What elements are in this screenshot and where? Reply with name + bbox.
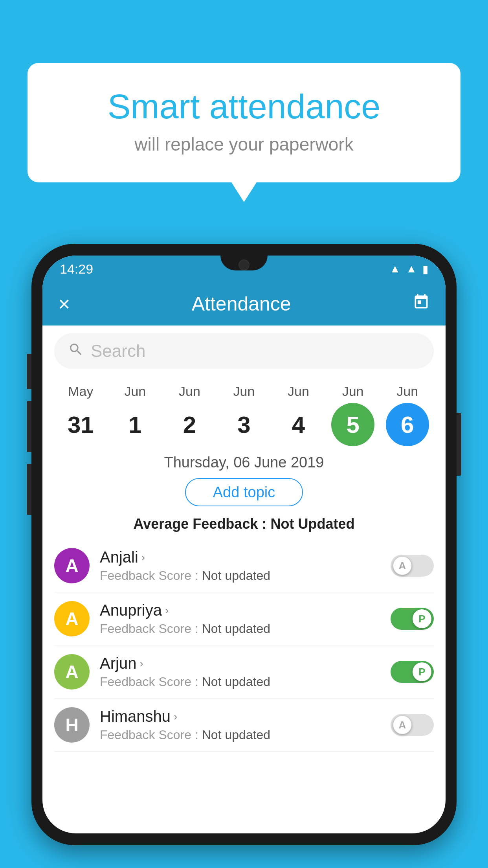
toggle-thumb: A xyxy=(393,715,412,734)
feedback-score: Feedback Score : Not updated xyxy=(100,622,380,636)
speech-bubble-container: Smart attendance will replace your paper… xyxy=(28,63,460,182)
phone-btn-left xyxy=(27,354,31,389)
cal-month-label: Jun xyxy=(124,384,146,399)
student-info: Anupriya ›Feedback Score : Not updated xyxy=(100,601,380,636)
student-name[interactable]: Arjun › xyxy=(100,655,380,672)
chevron-icon: › xyxy=(165,604,169,617)
attendance-toggle[interactable]: P xyxy=(391,608,434,630)
toggle-switch[interactable]: A xyxy=(391,555,434,577)
status-time: 14:29 xyxy=(60,261,93,277)
close-button[interactable]: × xyxy=(58,292,70,316)
attendance-toggle[interactable]: P xyxy=(391,661,434,683)
toggle-switch[interactable]: P xyxy=(391,661,434,683)
calendar-day[interactable]: May31 xyxy=(57,384,104,446)
avg-feedback-value: Not Updated xyxy=(270,516,354,532)
search-bar[interactable]: Search xyxy=(54,333,434,369)
attendance-toggle[interactable]: A xyxy=(391,714,434,736)
wifi-icon: ▲ xyxy=(390,263,401,275)
chevron-icon: › xyxy=(141,551,145,564)
avatar: A xyxy=(54,654,90,690)
search-icon xyxy=(68,342,84,361)
avatar: A xyxy=(54,548,90,583)
toggle-thumb: P xyxy=(413,609,431,628)
cal-month-label: Jun xyxy=(233,384,255,399)
attendance-toggle[interactable]: A xyxy=(391,555,434,577)
phone-container: 14:29 ▲ ▲ ▮ × Attendance xyxy=(31,244,457,845)
calendar-icon[interactable] xyxy=(413,293,430,314)
student-item: AAnjali ›Feedback Score : Not updatedA xyxy=(54,539,434,592)
cal-date-number: 1 xyxy=(114,403,157,446)
feedback-score: Feedback Score : Not updated xyxy=(100,675,380,689)
speech-bubble: Smart attendance will replace your paper… xyxy=(28,63,460,182)
student-item: AAnupriya ›Feedback Score : Not updatedP xyxy=(54,592,434,645)
phone-camera xyxy=(238,259,250,270)
chevron-icon: › xyxy=(139,657,143,670)
student-name[interactable]: Anjali › xyxy=(100,548,380,566)
student-info: Himanshu ›Feedback Score : Not updated xyxy=(100,708,380,742)
signal-icon: ▲ xyxy=(406,263,417,275)
cal-date-number: 3 xyxy=(222,403,266,446)
phone-btn-left3 xyxy=(27,464,31,515)
student-name[interactable]: Anupriya › xyxy=(100,601,380,619)
cal-date-number: 5 xyxy=(331,403,374,446)
battery-icon: ▮ xyxy=(422,263,428,276)
cal-month-label: Jun xyxy=(179,384,200,399)
toggle-switch[interactable]: A xyxy=(391,714,434,736)
phone-outer: 14:29 ▲ ▲ ▮ × Attendance xyxy=(31,244,457,845)
calendar-day[interactable]: Jun4 xyxy=(275,384,322,446)
average-feedback: Average Feedback : Not Updated xyxy=(42,516,446,532)
phone-btn-left2 xyxy=(27,401,31,452)
toggle-thumb: A xyxy=(393,556,412,575)
student-name[interactable]: Himanshu › xyxy=(100,708,380,725)
status-icons: ▲ ▲ ▮ xyxy=(390,263,428,276)
calendar-day[interactable]: Jun3 xyxy=(220,384,268,446)
toggle-switch[interactable]: P xyxy=(391,608,434,630)
cal-month-label: May xyxy=(68,384,93,399)
add-topic-button[interactable]: Add topic xyxy=(185,478,303,506)
header-title: Attendance xyxy=(192,292,291,315)
calendar-day[interactable]: Jun6 xyxy=(384,384,431,446)
search-placeholder: Search xyxy=(91,341,145,361)
avatar: A xyxy=(54,601,90,636)
cal-date-number: 31 xyxy=(59,403,102,446)
bubble-subtitle: will replace your paperwork xyxy=(59,134,429,155)
calendar-day[interactable]: Jun5 xyxy=(329,384,376,446)
cal-month-label: Jun xyxy=(342,384,364,399)
cal-month-label: Jun xyxy=(288,384,309,399)
cal-date-number: 4 xyxy=(277,403,320,446)
student-info: Anjali ›Feedback Score : Not updated xyxy=(100,548,380,583)
calendar-day[interactable]: Jun1 xyxy=(112,384,159,446)
feedback-score: Feedback Score : Not updated xyxy=(100,728,380,742)
avg-feedback-label: Average Feedback : xyxy=(134,516,271,532)
bubble-title: Smart attendance xyxy=(59,86,429,127)
student-list: AAnjali ›Feedback Score : Not updatedAAA… xyxy=(42,539,446,752)
cal-date-number: 2 xyxy=(168,403,211,446)
toggle-thumb: P xyxy=(413,662,431,681)
cal-month-label: Jun xyxy=(396,384,418,399)
avatar: H xyxy=(54,707,90,743)
phone-screen: 14:29 ▲ ▲ ▮ × Attendance xyxy=(42,256,446,833)
chevron-icon: › xyxy=(174,710,177,723)
student-item: AArjun ›Feedback Score : Not updatedP xyxy=(54,645,434,699)
student-info: Arjun ›Feedback Score : Not updated xyxy=(100,655,380,689)
phone-btn-right xyxy=(457,413,461,476)
selected-date-label: Thursday, 06 June 2019 xyxy=(42,454,446,471)
feedback-score: Feedback Score : Not updated xyxy=(100,568,380,583)
app-header: × Attendance xyxy=(42,282,446,326)
calendar-strip: May31Jun1Jun2Jun3Jun4Jun5Jun6 xyxy=(42,377,446,450)
student-item: HHimanshu ›Feedback Score : Not updatedA xyxy=(54,699,434,752)
cal-date-number: 6 xyxy=(386,403,429,446)
calendar-day[interactable]: Jun2 xyxy=(166,384,213,446)
